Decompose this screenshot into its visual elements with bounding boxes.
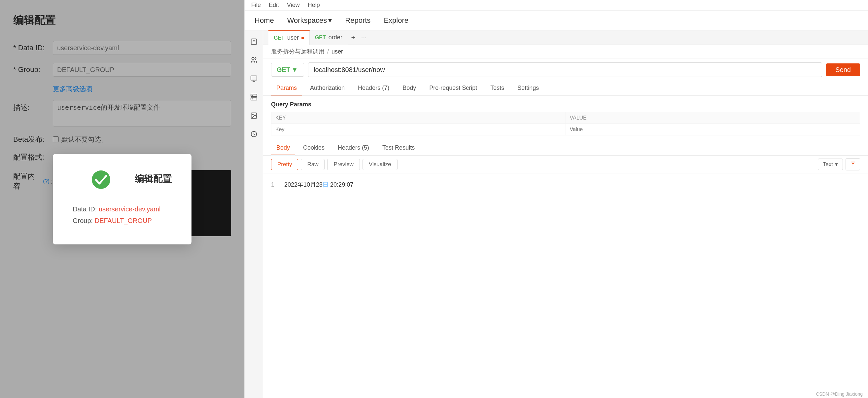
- svg-point-13: [252, 114, 253, 115]
- breadcrumb-separator: /: [327, 48, 329, 55]
- postman-content: GET user GET order + ··· 服务拆分与远程调用 / use…: [263, 30, 868, 398]
- nav-home[interactable]: Home: [254, 13, 274, 27]
- modal-overlay[interactable]: 编辑配置 Data ID: userservice-dev.yaml Group…: [0, 0, 244, 398]
- params-key-input[interactable]: [275, 126, 562, 132]
- query-params-title: Query Params: [271, 101, 860, 108]
- resp-content: 2022年10月28日 20:29:07: [284, 179, 353, 191]
- sidebar-monitor-icon[interactable]: [248, 73, 260, 85]
- breadcrumb-current: user: [332, 48, 343, 55]
- resp-type-chevron-icon: [835, 161, 838, 168]
- modal-group-label: Group:: [73, 217, 93, 224]
- nav-bar: Home Workspaces Reports Explore: [245, 10, 868, 30]
- nav-reports[interactable]: Reports: [345, 13, 370, 27]
- response-tabs: Body Cookies Headers (5) Test Results: [263, 141, 868, 156]
- menu-edit[interactable]: Edit: [269, 2, 279, 8]
- params-key-header: KEY: [271, 112, 566, 124]
- svg-point-0: [92, 171, 110, 189]
- sidebar-server-icon[interactable]: [248, 91, 260, 103]
- req-tab-params[interactable]: Params: [271, 81, 302, 95]
- req-tab-tests[interactable]: Tests: [485, 81, 509, 95]
- request-tabs: Params Authorization Headers (7) Body Pr…: [263, 81, 868, 96]
- modal-dialog: 编辑配置 Data ID: userservice-dev.yaml Group…: [53, 154, 191, 244]
- sidebar-history-icon[interactable]: [248, 128, 260, 140]
- menu-help[interactable]: Help: [308, 2, 320, 8]
- svg-point-10: [252, 95, 252, 96]
- menu-file[interactable]: File: [251, 2, 261, 8]
- resp-tab-test-results[interactable]: Test Results: [377, 141, 420, 155]
- tab-user-name: user: [287, 34, 299, 41]
- svg-point-11: [252, 99, 252, 99]
- method-select[interactable]: GET: [271, 63, 304, 76]
- postman-sidebar: [245, 30, 263, 398]
- params-value-header: VALUE: [565, 112, 860, 124]
- req-tab-body[interactable]: Body: [397, 81, 421, 95]
- params-table: KEY VALUE: [271, 112, 860, 135]
- req-tab-authorization[interactable]: Authorization: [305, 81, 350, 95]
- tab-order[interactable]: GET order: [310, 30, 348, 45]
- modal-header: 编辑配置: [73, 170, 172, 196]
- resp-tab-cookies[interactable]: Cookies: [298, 141, 330, 155]
- req-tab-pre-request[interactable]: Pre-request Script: [424, 81, 483, 95]
- sidebar-file-icon[interactable]: [248, 36, 260, 48]
- params-value-input[interactable]: [570, 126, 856, 132]
- resp-pretty-btn[interactable]: Pretty: [271, 159, 298, 170]
- resp-preview-btn[interactable]: Preview: [327, 159, 360, 170]
- send-button[interactable]: Send: [826, 63, 860, 76]
- req-tab-headers[interactable]: Headers (7): [352, 81, 395, 95]
- req-tab-settings[interactable]: Settings: [512, 81, 544, 95]
- resp-line-number: 1: [271, 179, 279, 191]
- sidebar-image-icon[interactable]: [248, 110, 260, 122]
- sidebar-users-icon[interactable]: [248, 54, 260, 66]
- nav-workspaces[interactable]: Workspaces: [287, 16, 332, 25]
- request-bar: GET Send: [263, 58, 868, 81]
- resp-tab-body[interactable]: Body: [271, 141, 295, 155]
- tab-get-label: GET: [274, 35, 285, 41]
- resp-filter-button[interactable]: [845, 158, 860, 171]
- modal-info: Data ID: userservice-dev.yaml Group: DEF…: [73, 206, 172, 224]
- resp-type-select[interactable]: Text: [818, 158, 843, 170]
- new-tab-button[interactable]: +: [348, 32, 359, 43]
- response-body: 1 2022年10月28日 20:29:07: [263, 174, 868, 390]
- modal-group-value: DEFAULT_GROUP: [95, 217, 152, 224]
- tab-order-get-label: GET: [315, 35, 326, 41]
- breadcrumb-parent: 服务拆分与远程调用: [271, 48, 324, 56]
- modal-data-id-value: userservice-dev.yaml: [99, 206, 160, 213]
- resp-date-highlight: 日: [322, 181, 329, 188]
- menu-bar: File Edit View Help: [245, 0, 868, 10]
- tab-unsaved-dot: [302, 37, 304, 39]
- url-input[interactable]: [308, 62, 822, 77]
- svg-rect-5: [251, 76, 256, 80]
- method-label: GET: [277, 66, 290, 74]
- query-params-section: Query Params KEY VALUE: [263, 96, 868, 141]
- svg-point-4: [252, 58, 254, 60]
- modal-data-id-row: Data ID: userservice-dev.yaml: [73, 206, 172, 213]
- modal-title: 编辑配置: [135, 173, 172, 185]
- resp-type-label: Text: [823, 161, 833, 168]
- tab-order-name: order: [329, 34, 342, 41]
- right-panel: File Edit View Help Home Workspaces Repo…: [244, 0, 868, 398]
- response-line-1: 1 2022年10月28日 20:29:07: [271, 179, 860, 191]
- resp-raw-btn[interactable]: Raw: [301, 159, 324, 170]
- response-section: Body Cookies Headers (5) Test Results Pr…: [263, 141, 868, 390]
- menu-view[interactable]: View: [287, 2, 300, 8]
- response-toolbar: Pretty Raw Preview Visualize Text: [263, 156, 868, 174]
- tabs-bar: GET user GET order + ···: [263, 30, 868, 45]
- postman-main: GET user GET order + ··· 服务拆分与远程调用 / use…: [245, 30, 868, 398]
- params-row-1: [271, 124, 860, 135]
- modal-group-row: Group: DEFAULT_GROUP: [73, 217, 172, 224]
- workspaces-chevron-icon: [328, 16, 332, 25]
- footer-text: CSDN @Ding Jiaxiong: [263, 390, 868, 398]
- breadcrumb: 服务拆分与远程调用 / user: [263, 45, 868, 58]
- resp-visualize-btn[interactable]: Visualize: [363, 159, 398, 170]
- left-panel: 编辑配置 * Data ID: * Group: 更多高级选项 描述: user…: [0, 0, 244, 398]
- tabs-more-button[interactable]: ···: [359, 34, 369, 41]
- modal-data-id-label: Data ID:: [73, 206, 97, 213]
- resp-tab-headers[interactable]: Headers (5): [333, 141, 374, 155]
- success-icon: [91, 170, 111, 190]
- tab-user[interactable]: GET user: [269, 30, 310, 45]
- method-chevron-icon: [293, 66, 296, 74]
- nav-explore[interactable]: Explore: [384, 13, 408, 27]
